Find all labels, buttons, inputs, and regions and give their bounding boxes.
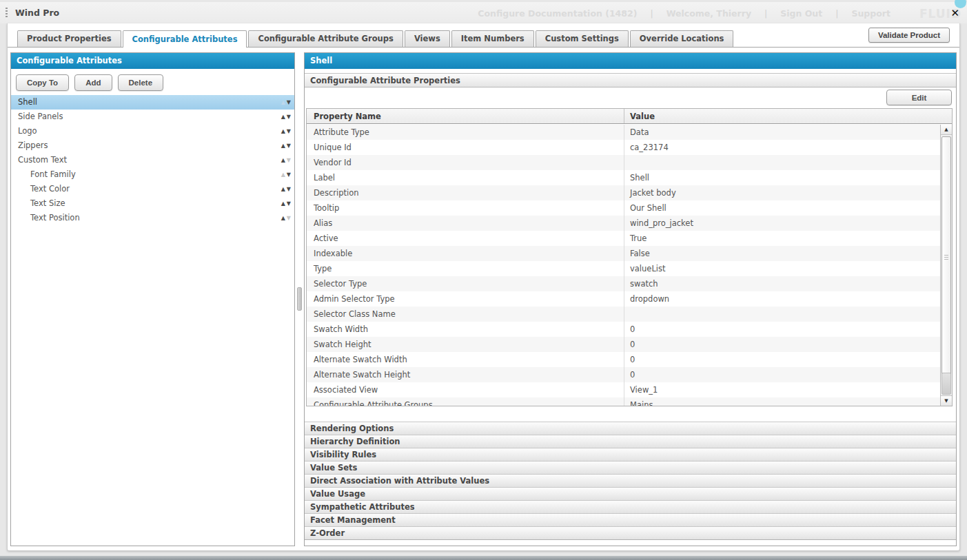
value-cell: View_1 bbox=[624, 382, 940, 397]
section-value-sets[interactable]: Value Sets bbox=[305, 461, 956, 475]
property-name-cell: Alternate Swatch Width bbox=[307, 352, 624, 367]
table-row: Associated View View_1 bbox=[307, 382, 940, 397]
link-sign-out[interactable]: Sign Out bbox=[767, 8, 835, 19]
content-area: Configurable Attributes Copy ToAddDelete… bbox=[10, 52, 957, 546]
delete-button[interactable]: Delete bbox=[118, 74, 164, 91]
copy-to-button[interactable]: Copy To bbox=[16, 74, 69, 91]
value-cell: valueList bbox=[624, 261, 940, 276]
move-down-icon[interactable]: ▼ bbox=[287, 167, 291, 182]
drag-handle-icon[interactable] bbox=[6, 8, 8, 18]
property-name-cell: Selector Class Name bbox=[307, 307, 624, 322]
tab-configurable-attributes[interactable]: Configurable Attributes bbox=[123, 30, 247, 48]
move-down-icon[interactable]: ▼ bbox=[287, 196, 291, 211]
section-sympathetic-attributes[interactable]: Sympathetic Attributes bbox=[305, 500, 956, 514]
section-value-usage[interactable]: Value Usage bbox=[305, 487, 956, 501]
property-name-cell: Selector Type bbox=[307, 276, 624, 291]
reorder-arrows: ▲ ▼ bbox=[281, 167, 294, 182]
tab-custom-settings[interactable]: Custom Settings bbox=[536, 30, 629, 47]
scrollbar-thumb[interactable] bbox=[941, 136, 951, 378]
property-name-cell: Description bbox=[307, 185, 624, 200]
move-up-icon[interactable]: ▲ bbox=[281, 110, 285, 124]
attribute-item-text-color[interactable]: Text Color ▲ ▼ bbox=[11, 182, 294, 196]
attribute-item-zippers[interactable]: Zippers ▲ ▼ bbox=[11, 138, 294, 153]
value-cell: True bbox=[624, 231, 940, 246]
attribute-label: Custom Text bbox=[18, 153, 67, 167]
value-cell: False bbox=[624, 246, 940, 261]
reorder-arrows: ▲ ▼ bbox=[281, 95, 294, 110]
move-up-icon[interactable]: ▲ bbox=[281, 138, 285, 153]
move-up-icon[interactable]: ▲ bbox=[281, 153, 285, 167]
reorder-arrows: ▲ ▼ bbox=[281, 211, 294, 225]
tab-views[interactable]: Views bbox=[405, 30, 450, 47]
app-title: Wind Pro bbox=[15, 8, 59, 18]
table-row: Selector Class Name bbox=[307, 307, 940, 322]
attribute-item-text-position[interactable]: Text Position ▲ ▼ bbox=[11, 211, 294, 225]
property-name-cell: Admin Selector Type bbox=[307, 291, 624, 307]
attribute-item-text-size[interactable]: Text Size ▲ ▼ bbox=[11, 196, 294, 211]
section-direct-association-with-attribute-values[interactable]: Direct Association with Attribute Values bbox=[305, 474, 956, 488]
move-up-icon[interactable]: ▲ bbox=[281, 196, 285, 211]
attribute-label: Side Panels bbox=[18, 110, 63, 124]
attribute-item-font-family[interactable]: Font Family ▲ ▼ bbox=[11, 167, 294, 182]
property-name-cell: Associated View bbox=[307, 382, 624, 397]
reorder-arrows: ▲ ▼ bbox=[281, 182, 294, 196]
move-down-icon[interactable]: ▼ bbox=[287, 138, 291, 153]
table-row: Tooltip Our Shell bbox=[307, 200, 940, 216]
attribute-item-custom-text[interactable]: Custom Text ▲ ▼ bbox=[11, 153, 294, 167]
attribute-list: Shell ▲ ▼ Side Panels ▲ ▼ Logo ▲ ▼ Zippe… bbox=[11, 95, 294, 546]
value-cell: Our Shell bbox=[624, 200, 940, 216]
section-hierarchy-definition[interactable]: Hierarchy Definition bbox=[305, 435, 956, 448]
move-down-icon[interactable]: ▼ bbox=[287, 124, 291, 138]
move-down-icon[interactable]: ▼ bbox=[287, 95, 291, 110]
property-name-cell: Unique Id bbox=[307, 140, 624, 155]
section-z-order[interactable]: Z-Order bbox=[305, 526, 956, 540]
attribute-item-side-panels[interactable]: Side Panels ▲ ▼ bbox=[11, 110, 294, 124]
validate-product-button[interactable]: Validate Product bbox=[868, 28, 950, 43]
move-up-icon[interactable]: ▲ bbox=[281, 182, 285, 196]
table-row: Selector Type swatch bbox=[307, 276, 940, 291]
property-name-cell: Label bbox=[307, 170, 624, 185]
property-name-cell: Indexable bbox=[307, 246, 624, 261]
close-icon[interactable]: ✕ bbox=[950, 7, 959, 19]
attribute-item-shell[interactable]: Shell ▲ ▼ bbox=[11, 95, 294, 110]
scrollbar-track[interactable] bbox=[941, 373, 951, 395]
move-up-icon[interactable]: ▲ bbox=[281, 211, 285, 225]
section-configurable-attribute-properties[interactable]: Configurable Attribute Properties bbox=[305, 73, 956, 87]
link-support[interactable]: Support bbox=[838, 8, 904, 19]
move-down-icon[interactable]: ▼ bbox=[287, 182, 291, 196]
move-up-icon[interactable]: ▲ bbox=[281, 124, 285, 138]
link-welcome-thierry[interactable]: Welcome, Thierry bbox=[653, 8, 764, 19]
properties-table: Property Name Value Attribute Type Data … bbox=[306, 108, 953, 406]
main-window: Product PropertiesConfigurable Attribute… bbox=[7, 23, 960, 551]
right-panel-header: Shell bbox=[305, 53, 956, 69]
move-down-icon: ▼ bbox=[287, 153, 291, 167]
property-name-cell: Alias bbox=[307, 216, 624, 231]
table-row: Alternate Swatch Height 0 bbox=[307, 367, 940, 382]
section-visibility-rules[interactable]: Visibility Rules bbox=[305, 448, 956, 462]
table-row: Swatch Height 0 bbox=[307, 337, 940, 352]
section-facet-management[interactable]: Facet Management bbox=[305, 513, 956, 527]
value-cell: ca_23174 bbox=[624, 140, 940, 155]
scroll-up-icon[interactable]: ▲ bbox=[941, 125, 952, 135]
attribute-item-logo[interactable]: Logo ▲ ▼ bbox=[11, 124, 294, 138]
table-row: Unique Id ca_23174 bbox=[307, 140, 940, 155]
scroll-down-icon[interactable]: ▼ bbox=[941, 395, 952, 406]
tab-configurable-attribute-groups[interactable]: Configurable Attribute Groups bbox=[248, 30, 403, 47]
add-button[interactable]: Add bbox=[74, 74, 112, 91]
bottom-edge bbox=[0, 556, 967, 560]
table-row: Type valueList bbox=[307, 261, 940, 276]
edit-button[interactable]: Edit bbox=[886, 90, 952, 105]
property-name-cell: Tooltip bbox=[307, 200, 624, 216]
link-configure-documentation-1482[interactable]: Configure Documentation (1482) bbox=[465, 8, 650, 19]
tab-item-numbers[interactable]: Item Numbers bbox=[451, 30, 534, 47]
move-down-icon[interactable]: ▼ bbox=[287, 110, 291, 124]
tab-override-locations[interactable]: Override Locations bbox=[630, 30, 734, 47]
tab-product-properties[interactable]: Product Properties bbox=[17, 30, 121, 47]
splitter-handle[interactable] bbox=[297, 287, 302, 311]
value-cell: swatch bbox=[624, 276, 940, 291]
property-name-cell: Configurable Attribute Groups bbox=[307, 397, 624, 406]
vertical-scrollbar[interactable]: ▲ ▼ bbox=[940, 125, 952, 406]
move-down-icon: ▼ bbox=[287, 211, 291, 225]
section-rendering-options[interactable]: Rendering Options bbox=[305, 422, 956, 435]
reorder-arrows: ▲ ▼ bbox=[281, 153, 294, 167]
